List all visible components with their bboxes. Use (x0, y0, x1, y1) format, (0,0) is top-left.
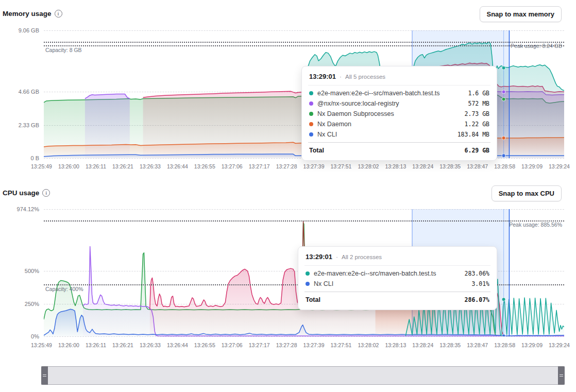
cpu-y-tick: 500% (0, 268, 39, 274)
tooltip-row: Nx CLI 183.84 MB (309, 129, 489, 140)
cpu-section-title: CPU usage i (3, 189, 50, 197)
memory-peak-label: Peak usage: 8.24 GB (511, 43, 562, 49)
cpu-x-axis: 13:25:4913:26:0013:26:11 13:26:2113:26:3… (31, 342, 570, 348)
tooltip-row: @nx/nx-source:local-registry 572 MB (309, 98, 489, 109)
memory-y-tick: 9.06 GB (0, 27, 39, 33)
brush-right-handle-icon[interactable] (558, 366, 565, 385)
tooltip-time: 13:29:01 (306, 253, 332, 261)
memory-y-tick: 0 B (0, 155, 39, 161)
tooltip-total-row: Total 286.07% (306, 294, 489, 305)
resource-usage-page: Memory usage i Snap to max memory 9.06 G… (0, 0, 576, 392)
tooltip-row: Nx Daemon 1.22 GB (309, 119, 489, 129)
memory-y-tick: 2.33 GB (0, 122, 39, 128)
tooltip-time: 13:29:01 (309, 73, 336, 80)
memory-peak-line (44, 42, 564, 43)
tooltip-total-row: Total 6.29 GB (309, 145, 489, 156)
cpu-y-tick: 0% (0, 333, 39, 339)
snap-to-max-memory-button[interactable]: Snap to max memory (480, 6, 562, 22)
tooltip-row: Nx CLI 3.01% (306, 279, 489, 289)
time-range-brush[interactable] (41, 366, 565, 385)
memory-tooltip-header: 13:29:01 · All 5 processes (309, 71, 489, 82)
series-dot-icon (309, 132, 313, 137)
tooltip-row: e2e-maven:e2e-ci--src/maven-batch.test.t… (309, 88, 489, 98)
memory-capacity-label: Capacity: 8 GB (45, 47, 82, 53)
cpu-capacity-label: Capacity: 400% (45, 286, 83, 292)
cpu-y-tick: 974.12% (0, 206, 39, 212)
info-icon[interactable]: i (42, 189, 50, 197)
series-dot-icon (306, 271, 310, 276)
tooltip-row: e2e-maven:e2e-ci--src/maven-batch.test.t… (306, 268, 489, 279)
memory-x-axis: 13:25:4913:26:0013:26:11 13:26:2113:26:3… (31, 163, 570, 169)
gridline (44, 336, 564, 337)
hover-dot (502, 97, 505, 101)
brush-left-handle-icon[interactable] (41, 366, 48, 385)
hover-dot (502, 298, 505, 301)
memory-y-tick: 4.66 GB (0, 89, 39, 95)
series-dot-icon (309, 101, 313, 106)
tooltip-subtitle: All 2 processes (342, 254, 382, 260)
series-dot-icon (309, 112, 313, 116)
cpu-peak-label: Peak usage: 885.56% (509, 221, 562, 228)
series-dot-icon (306, 282, 310, 286)
hover-dot (502, 66, 505, 70)
memory-capacity-line (44, 45, 564, 46)
hover-dot (502, 154, 505, 158)
cpu-y-tick: 250% (0, 301, 39, 307)
cpu-tooltip-header: 13:29:01 · All 2 processes (306, 251, 489, 262)
hover-dot (502, 334, 505, 336)
snap-to-max-cpu-button[interactable]: Snap to max CPU (492, 185, 562, 201)
hover-dot (502, 90, 505, 94)
memory-section-title: Memory usage i (3, 10, 62, 18)
cpu-title-text: CPU usage (3, 189, 39, 197)
tooltip-subtitle: All 5 processes (345, 74, 385, 80)
cpu-peak-line (44, 220, 564, 221)
memory-title-text: Memory usage (3, 10, 52, 18)
memory-tooltip: 13:29:01 · All 5 processes e2e-maven:e2e… (301, 66, 497, 161)
series-dot-icon (309, 91, 313, 95)
series-dot-icon (309, 122, 313, 126)
info-icon[interactable]: i (55, 10, 62, 18)
cpu-tooltip: 13:29:01 · All 2 processes e2e-maven:e2e… (298, 246, 497, 310)
tooltip-row: Nx Daemon Subprocesses 2.73 GB (309, 109, 489, 119)
hover-dot (502, 136, 505, 140)
